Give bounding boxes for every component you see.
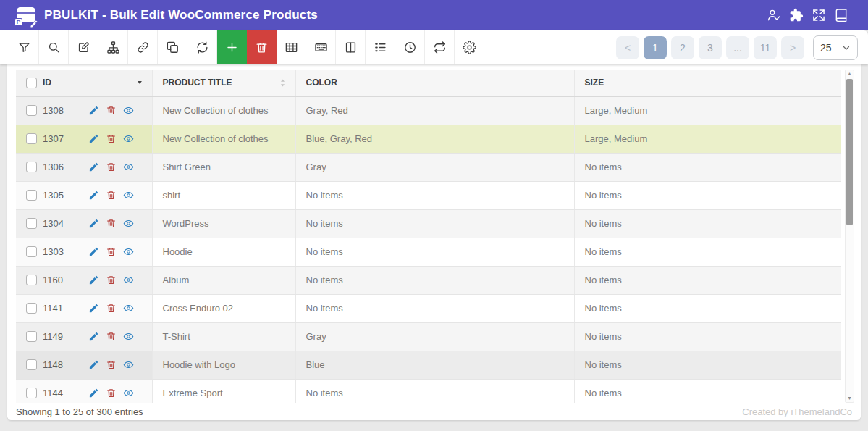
id-cell: 1148: [16, 351, 152, 379]
row-checkbox[interactable]: [26, 190, 37, 201]
row-checkbox[interactable]: [26, 331, 37, 342]
edit-row-button[interactable]: [88, 133, 99, 145]
column-header-product-title[interactable]: PRODUCT TITLE: [152, 70, 295, 96]
list-view-button[interactable]: [366, 30, 395, 64]
search-button[interactable]: [39, 30, 69, 64]
add-product-button[interactable]: [217, 30, 247, 64]
delete-row-button[interactable]: [105, 359, 117, 371]
delete-row-button[interactable]: [105, 331, 117, 343]
columns-icon: [344, 41, 358, 54]
view-row-button[interactable]: [122, 162, 134, 173]
plugin-puzzle-button[interactable]: [788, 8, 804, 23]
scrollbar-thumb[interactable]: [846, 79, 853, 225]
edit-row-button[interactable]: [88, 190, 99, 201]
bulk-edit-button[interactable]: [69, 30, 98, 64]
view-row-button[interactable]: [122, 105, 134, 117]
next-page-button[interactable]: >: [781, 36, 804, 59]
edit-row-button[interactable]: [88, 331, 99, 343]
edit-row-button[interactable]: [88, 275, 99, 286]
product-title-cell: New Collection of clothes: [152, 125, 295, 153]
edit-row-button[interactable]: [88, 218, 99, 230]
edit-row-button[interactable]: [88, 303, 99, 314]
delete-row-button[interactable]: [105, 303, 117, 314]
page-button-2[interactable]: 2: [671, 36, 694, 59]
row-checkbox[interactable]: [26, 133, 37, 144]
scrollbar-up-arrow[interactable]: ▲: [846, 71, 854, 77]
column-header-color[interactable]: COLOR: [295, 70, 574, 96]
page-size-select[interactable]: 25: [813, 35, 858, 60]
table-scroll-area: IDPRODUCT TITLECOLORSIZE 1308New Collect…: [7, 64, 861, 403]
scrollbar-down-arrow[interactable]: ▼: [846, 396, 854, 401]
edit-row-button[interactable]: [88, 162, 99, 173]
row-checkbox[interactable]: [26, 162, 37, 172]
row-checkbox[interactable]: [26, 246, 37, 257]
delete-row-button[interactable]: [105, 388, 117, 399]
row-checkbox[interactable]: [26, 218, 37, 229]
delete-row-button[interactable]: [105, 105, 117, 117]
column-header-size[interactable]: SIZE: [574, 70, 841, 96]
delete-row-button[interactable]: [105, 190, 117, 201]
view-row-button[interactable]: [122, 246, 134, 258]
row-checkbox[interactable]: [26, 105, 37, 116]
docs-book-button[interactable]: [833, 8, 848, 23]
row-checkbox[interactable]: [26, 275, 37, 285]
edit-row-button[interactable]: [88, 388, 99, 399]
pencil-icon: [88, 331, 99, 342]
edit-row-button[interactable]: [88, 105, 99, 117]
view-row-button[interactable]: [122, 331, 134, 343]
filter-icon: [17, 41, 31, 54]
id-cell: 1306: [16, 153, 152, 181]
view-row-button[interactable]: [122, 218, 134, 230]
view-row-button[interactable]: [122, 133, 134, 145]
page-size-value: 25: [820, 42, 832, 54]
product-title-cell: Extreme Sport: [152, 379, 295, 403]
view-row-button[interactable]: [122, 359, 134, 371]
row-checkbox[interactable]: [26, 359, 37, 370]
keyboard-shortcuts-button[interactable]: [306, 30, 336, 64]
compare-button[interactable]: [425, 30, 455, 64]
column-header-id[interactable]: ID: [16, 70, 152, 96]
color-cell: Blue, Gray, Red: [295, 125, 574, 153]
user-check-button[interactable]: [766, 8, 781, 23]
page-button-1[interactable]: 1: [644, 36, 667, 59]
delete-row-button[interactable]: [105, 218, 117, 230]
page-button-11[interactable]: 11: [754, 36, 777, 59]
vertical-scrollbar[interactable]: ▲ ▼: [845, 70, 854, 403]
edit-row-button[interactable]: [88, 359, 99, 371]
duplicate-button[interactable]: [158, 30, 187, 64]
column-manager-button[interactable]: [336, 30, 366, 64]
pencil-icon: [88, 275, 99, 285]
view-row-button[interactable]: [122, 388, 134, 399]
row-checkbox[interactable]: [26, 388, 37, 398]
view-row-button[interactable]: [122, 303, 134, 314]
products-table: IDPRODUCT TITLECOLORSIZE 1308New Collect…: [16, 70, 841, 403]
delete-product-button[interactable]: [247, 30, 277, 64]
page-button-3[interactable]: 3: [699, 36, 722, 59]
trash-small-icon: [106, 331, 117, 342]
table-view-button[interactable]: [277, 30, 306, 64]
id-cell: 1305: [16, 181, 152, 209]
product-title-cell: Hoodie with Logo: [152, 351, 295, 379]
view-row-button[interactable]: [122, 190, 134, 201]
id-cell: 1307: [16, 125, 152, 153]
hierarchy-button[interactable]: [98, 30, 128, 64]
toolbar-right-group: <123...11> 25: [616, 30, 868, 64]
delete-row-button[interactable]: [105, 133, 117, 145]
row-actions: [88, 331, 134, 343]
delete-row-button[interactable]: [105, 162, 117, 173]
delete-row-button[interactable]: [105, 275, 117, 286]
filter-button[interactable]: [9, 30, 39, 64]
history-button[interactable]: [395, 30, 425, 64]
prev-page-button[interactable]: <: [616, 36, 639, 59]
delete-row-button[interactable]: [105, 246, 117, 258]
settings-button[interactable]: [455, 30, 484, 64]
row-checkbox[interactable]: [26, 303, 37, 314]
fullscreen-expand-button[interactable]: [811, 8, 826, 23]
table-row: 1148Hoodie with LogoBlueNo items: [16, 351, 841, 379]
select-all-checkbox[interactable]: [26, 78, 37, 88]
bind-edit-button[interactable]: [128, 30, 158, 64]
size-cell: No items: [574, 209, 841, 238]
edit-row-button[interactable]: [88, 246, 99, 258]
sync-button[interactable]: [187, 30, 217, 64]
view-row-button[interactable]: [122, 275, 134, 286]
